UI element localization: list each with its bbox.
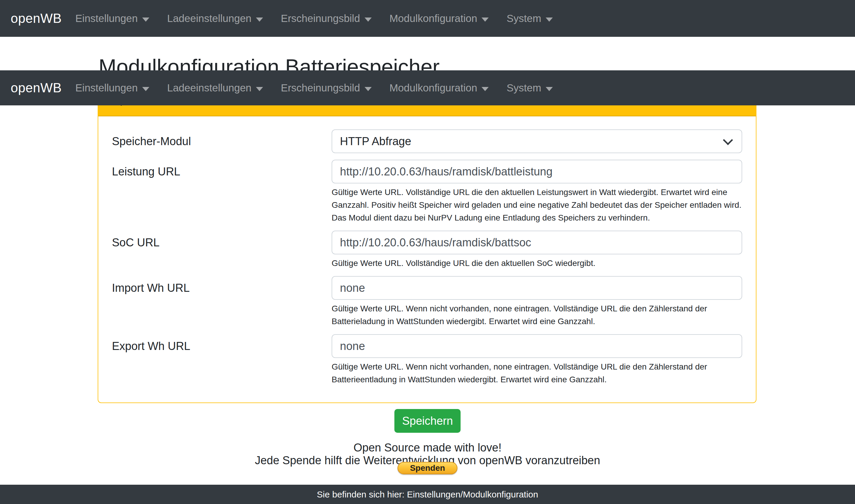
export-wh-url-field: Gültige Werte URL. Wenn nicht vorhanden,…	[332, 334, 742, 386]
nav-item-einstellungen[interactable]: Einstellungen	[67, 82, 158, 94]
export-wh-url-input[interactable]	[332, 334, 742, 358]
nav-item-system[interactable]: System	[498, 13, 562, 24]
sticky-navbar: openWB Einstellungen Ladeeinstellungen E…	[0, 70, 855, 105]
nav-item-label: Erscheinungsbild	[281, 82, 360, 94]
nav-item-label: Modulkonfiguration	[390, 13, 477, 24]
nav-item-ladeeinstellungen[interactable]: Ladeeinstellungen	[158, 13, 272, 24]
chevron-down-icon	[142, 87, 149, 91]
export-wh-url-help: Gültige Werte URL. Wenn nicht vorhanden,…	[332, 360, 742, 386]
brand-logo[interactable]: openWB	[11, 80, 62, 95]
speicher-modul-select[interactable]: HTTP Abfrage	[332, 129, 742, 153]
chevron-down-icon	[364, 18, 372, 22]
nav-item-label: Ladeeinstellungen	[167, 13, 251, 24]
form-row-soc-url: SoC URL Gültige Werte URL. Vollständige …	[112, 231, 742, 270]
soc-url-label: SoC URL	[112, 231, 332, 254]
import-wh-url-help: Gültige Werte URL. Wenn nicht vorhanden,…	[332, 302, 742, 328]
soc-url-help: Gültige Werte URL. Vollständige URL die …	[332, 257, 742, 270]
import-wh-url-label: Import Wh URL	[112, 276, 332, 300]
chevron-down-icon	[482, 87, 489, 91]
form-row-speicher-modul: Speicher-Modul HTTP Abfrage	[112, 129, 742, 153]
chevron-down-icon	[256, 18, 263, 22]
nav-item-modulkonfiguration[interactable]: Modulkonfiguration	[380, 82, 498, 94]
form-row-export-wh-url: Export Wh URL Gültige Werte URL. Wenn ni…	[112, 334, 742, 386]
nav-item-label: Ladeeinstellungen	[167, 82, 251, 94]
form-row-import-wh-url: Import Wh URL Gültige Werte URL. Wenn ni…	[112, 276, 742, 328]
nav-item-label: System	[506, 82, 541, 94]
nav-item-label: Einstellungen	[75, 82, 138, 94]
nav-links: Einstellungen Ladeeinstellungen Erschein…	[67, 82, 562, 94]
speicher-modul-label: Speicher-Modul	[112, 129, 332, 153]
chevron-down-icon	[256, 87, 263, 91]
leistung-url-field: Gültige Werte URL. Vollständige URL die …	[332, 160, 742, 224]
chevron-down-icon	[482, 18, 489, 22]
open-source-text: Open Source made with love!	[0, 441, 855, 454]
top-navbar: openWB Einstellungen Ladeeinstellungen E…	[0, 0, 855, 37]
footer-bar: Sie befinden sich hier: Einstellungen/Mo…	[0, 485, 855, 504]
leistung-url-input[interactable]	[332, 160, 742, 183]
form-row-leistung-url: Leistung URL Gültige Werte URL. Vollstän…	[112, 160, 742, 224]
donate-button[interactable]: Spenden	[397, 462, 458, 474]
breadcrumb: Sie befinden sich hier: Einstellungen/Mo…	[317, 489, 538, 500]
nav-item-einstellungen[interactable]: Einstellungen	[67, 13, 158, 24]
speicher-modul-field: HTTP Abfrage	[332, 129, 742, 153]
chevron-down-icon	[546, 18, 553, 22]
nav-item-erscheinungsbild[interactable]: Erscheinungsbild	[272, 82, 380, 94]
leistung-url-label: Leistung URL	[112, 160, 332, 183]
nav-item-modulkonfiguration[interactable]: Modulkonfiguration	[380, 13, 498, 24]
nav-item-label: Erscheinungsbild	[281, 13, 360, 24]
nav-item-erscheinungsbild[interactable]: Erscheinungsbild	[272, 13, 380, 24]
brand-logo[interactable]: openWB	[11, 11, 62, 26]
nav-item-label: System	[506, 13, 541, 24]
battery-config-card: Speicher Speicher-Modul HTTP Abfrage Lei…	[98, 89, 756, 403]
chevron-down-icon	[364, 87, 372, 91]
nav-item-ladeeinstellungen[interactable]: Ladeeinstellungen	[158, 82, 272, 94]
nav-item-system[interactable]: System	[498, 82, 562, 94]
chevron-down-icon	[142, 18, 149, 22]
chevron-down-icon	[546, 87, 553, 91]
import-wh-url-field: Gültige Werte URL. Wenn nicht vorhanden,…	[332, 276, 742, 328]
leistung-url-help: Gültige Werte URL. Vollständige URL die …	[332, 186, 742, 224]
nav-item-label: Modulkonfiguration	[390, 82, 477, 94]
card-body: Speicher-Modul HTTP Abfrage Leistung URL…	[98, 116, 756, 402]
import-wh-url-input[interactable]	[332, 276, 742, 300]
soc-url-input[interactable]	[332, 231, 742, 254]
nav-item-label: Einstellungen	[75, 13, 138, 24]
export-wh-url-label: Export Wh URL	[112, 334, 332, 358]
save-button[interactable]: Speichern	[394, 409, 461, 433]
nav-links: Einstellungen Ladeeinstellungen Erschein…	[67, 13, 562, 24]
soc-url-field: Gültige Werte URL. Vollständige URL die …	[332, 231, 742, 270]
